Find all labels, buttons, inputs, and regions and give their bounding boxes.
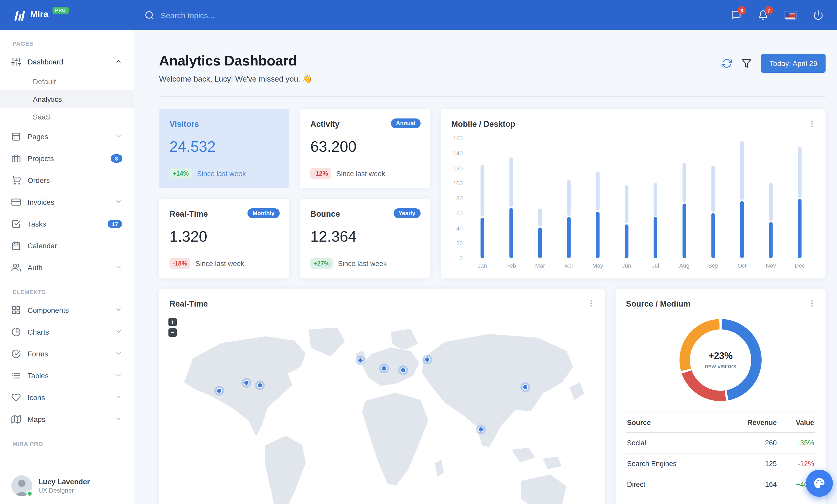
theme-settings-fab[interactable] (806, 470, 833, 497)
notifications-count-badge: 7 (765, 6, 773, 15)
search-icon (144, 10, 155, 20)
svg-text:Dec: Dec (795, 262, 805, 269)
refresh-icon (722, 58, 732, 69)
chevron-down-icon (115, 350, 122, 358)
sidebar-item-label: Auth (28, 263, 42, 272)
cell-source: Direct (626, 474, 720, 495)
user-name: Lucy Lavender (38, 478, 90, 486)
date-range-button[interactable]: Today: April 29 (761, 54, 825, 73)
source-medium-table: Source Revenue Value Social 260 +35% Sea… (626, 413, 815, 495)
svg-text:20: 20 (457, 240, 463, 246)
more-options-button[interactable] (806, 297, 818, 312)
bottom-grid: Real-Time + − (159, 289, 825, 504)
sidebar-item-label: Maps (28, 415, 45, 424)
svg-text:120: 120 (453, 165, 463, 172)
sidebar-item-components[interactable]: Components (0, 299, 133, 321)
global-search[interactable] (144, 10, 275, 20)
power-icon (813, 10, 823, 20)
sidebar-item-calendar[interactable]: Calendar (0, 235, 133, 257)
svg-text:Nov: Nov (766, 262, 776, 269)
filter-icon (741, 58, 752, 69)
map-zoom-out-button[interactable]: − (168, 329, 177, 337)
sidebar-item-label: Projects (28, 154, 54, 163)
chevron-down-icon (115, 393, 122, 402)
sidebar-item-dashboard[interactable]: Dashboard (0, 51, 133, 73)
sidebar-user[interactable]: Lucy Lavender UX Designer (0, 468, 133, 504)
period-badge[interactable]: Annual (391, 118, 421, 128)
table-row[interactable]: Search Engines 125 -12% (626, 453, 815, 474)
more-vertical-icon (808, 119, 816, 128)
period-badge[interactable]: Yearly (393, 208, 421, 218)
svg-text:Sep: Sep (708, 262, 718, 269)
logout-button[interactable] (813, 10, 823, 20)
sidebar-item-label: Charts (28, 328, 49, 336)
map-zoom-in-button[interactable]: + (168, 318, 177, 326)
sidebar-item-label: Invoices (28, 198, 54, 206)
map-icon (12, 415, 21, 424)
users-icon (12, 263, 21, 272)
table-row[interactable]: Direct 164 +46% (626, 474, 815, 495)
grid-icon (12, 305, 21, 315)
period-badge[interactable]: Monthly (247, 208, 280, 218)
svg-text:Apr: Apr (564, 262, 573, 269)
table-row[interactable]: Social 260 +35% (626, 432, 815, 453)
brand[interactable]: Mira PRO (0, 8, 134, 22)
world-map-container[interactable]: + − (159, 316, 605, 504)
table-header-row: Source Revenue Value (626, 413, 815, 432)
sidebar-subitem-saas[interactable]: SaaS (0, 108, 133, 126)
more-options-button[interactable] (806, 117, 818, 132)
sidebar-item-forms[interactable]: Forms (0, 343, 133, 365)
sidebar: PAGES Dashboard Default Analytics SaaS P… (0, 30, 134, 504)
sidebar-item-tasks[interactable]: Tasks 17 (0, 213, 133, 235)
sidebar-item-auth[interactable]: Auth (0, 257, 133, 279)
cell-source: Search Engines (626, 453, 720, 474)
source-medium-card: Source / Medium +23% new visitors (616, 289, 825, 504)
language-selector[interactable] (785, 11, 797, 19)
messages-count-badge: 3 (738, 6, 746, 15)
search-input[interactable] (161, 11, 275, 19)
mobile-desktop-chart-card: Mobile / Desktop 020406080100120140160Ja… (441, 109, 825, 278)
pie-chart-icon (12, 327, 21, 337)
cell-value: +35% (778, 432, 815, 453)
chevron-down-icon (115, 198, 122, 207)
sidebar-item-tables[interactable]: Tables (0, 365, 133, 387)
cell-revenue: 164 (720, 474, 778, 495)
sidebar-item-icons[interactable]: Icons (0, 387, 133, 408)
messages-button[interactable]: 3 (731, 10, 741, 20)
svg-text:140: 140 (453, 150, 463, 157)
chevron-down-icon (115, 132, 122, 141)
check-square-icon (12, 219, 21, 229)
column-header-source: Source (626, 413, 720, 432)
chevron-up-icon (115, 57, 122, 66)
sidebar-item-maps[interactable]: Maps (0, 408, 133, 430)
sidebar-item-label: Forms (28, 350, 48, 358)
notifications-button[interactable]: 7 (758, 10, 768, 20)
stat-value: 12.364 (310, 228, 420, 245)
svg-text:0: 0 (460, 255, 463, 262)
layout-icon (12, 132, 21, 141)
tasks-count-badge: 17 (108, 220, 122, 228)
refresh-button[interactable] (722, 58, 732, 69)
svg-text:Oct: Oct (737, 262, 746, 269)
sidebar-subitem-analytics[interactable]: Analytics (0, 90, 133, 108)
sidebar-subitem-default[interactable]: Default (0, 73, 133, 90)
sidebar-item-invoices[interactable]: Invoices (0, 191, 133, 213)
sidebar-item-charts[interactable]: Charts (0, 321, 133, 343)
chevron-down-icon (115, 415, 122, 424)
check-circle-icon (12, 349, 21, 358)
heart-icon (12, 393, 21, 402)
page-header: Analytics Dashboard Welcome back, Lucy! … (159, 53, 825, 83)
sidebar-item-pages[interactable]: Pages (0, 126, 133, 148)
page-title: Analytics Dashboard (159, 53, 312, 69)
filter-button[interactable] (741, 58, 752, 69)
stat-title: Visitors (170, 119, 279, 129)
header-divider (159, 96, 825, 97)
sidebar-item-orders[interactable]: Orders (0, 169, 133, 191)
cell-value: -12% (778, 453, 815, 474)
sidebar-item-projects[interactable]: Projects 8 (0, 148, 133, 169)
list-icon (12, 371, 21, 380)
chevron-down-icon (115, 263, 122, 272)
svg-text:100: 100 (453, 180, 463, 187)
world-map[interactable] (159, 316, 605, 504)
more-options-button[interactable] (585, 297, 597, 312)
